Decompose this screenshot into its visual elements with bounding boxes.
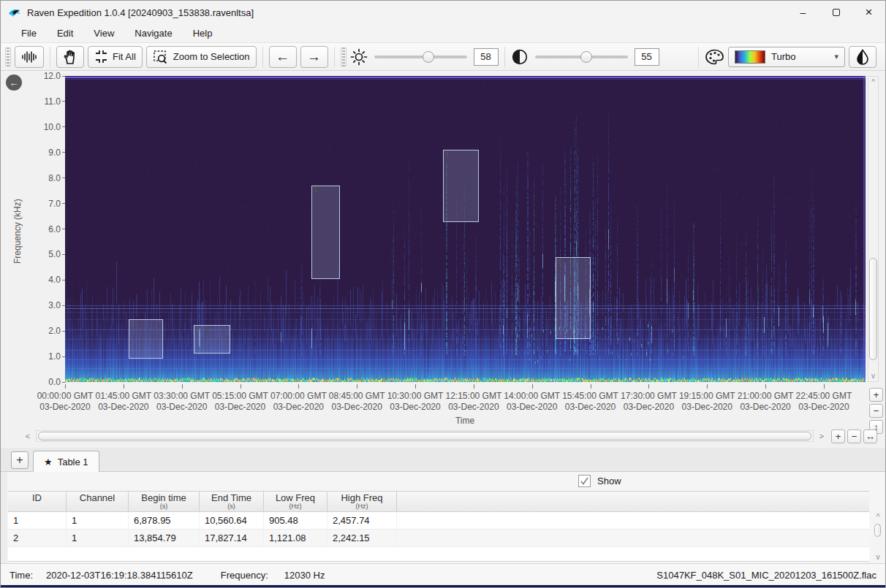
horizontal-scrollbar[interactable] [36, 430, 814, 442]
menu-item-help[interactable]: Help [183, 26, 223, 41]
menu-bar: FileEditViewNavigateHelp [1, 24, 885, 43]
fit-all-button[interactable]: Fit All [88, 46, 143, 68]
vertical-scrollbar[interactable]: ^ v [868, 76, 879, 382]
window-accent-border [1, 585, 885, 588]
menu-item-view[interactable]: View [83, 26, 124, 41]
toolbar-separator [504, 47, 505, 67]
fit-all-label: Fit All [113, 51, 136, 62]
colormap-dropdown[interactable]: Turbo ▾ [728, 47, 845, 67]
minus-icon: − [874, 405, 879, 416]
chevron-right-icon: > [819, 432, 824, 440]
column-name: End Time [200, 492, 263, 503]
x-tick-mark [824, 384, 825, 389]
column-header-channel[interactable]: Channel [67, 492, 129, 512]
brightness-value-field[interactable]: 58 [474, 48, 499, 66]
table-tab-bar [1, 448, 885, 472]
close-button[interactable]: × [852, 1, 885, 24]
brightness-slider-track[interactable] [374, 56, 467, 58]
status-bar: Time: 2020-12-03T16:19:18.384115610Z Fre… [1, 563, 885, 588]
waveform-view-button[interactable] [15, 46, 44, 68]
contrast-value-field[interactable]: 55 [635, 48, 659, 66]
colormap-swatch [735, 50, 765, 64]
time-zoom-in-button[interactable]: + [831, 429, 845, 443]
x-tick-mark [298, 384, 299, 389]
collapse-sidebar-button[interactable]: ← [6, 75, 22, 91]
time-fit-button[interactable]: ↔ [863, 429, 877, 443]
page-forward-button[interactable]: → [300, 46, 328, 68]
y-tick-label: 6.0 [29, 224, 61, 234]
x-tick-mark [474, 384, 474, 389]
brightness-value: 58 [480, 51, 491, 62]
vertical-scrollbar-thumb[interactable] [869, 258, 877, 360]
column-header-begin-time[interactable]: Begin time(s) [129, 492, 200, 512]
toolbar-grip[interactable] [341, 47, 347, 66]
filename: S1047KF_048K_S01_MIC_20201203_161500Z.fl… [656, 570, 876, 581]
scroll-left-button[interactable]: < [21, 430, 34, 442]
show-checkbox-label: Show [597, 476, 621, 486]
table-scrollbar-thumb[interactable] [874, 524, 881, 537]
spectrogram-plot[interactable]: 12345 [65, 76, 866, 382]
freq-zoom-in-button[interactable]: + [869, 388, 883, 402]
table-row[interactable]: 2113,854.7917,827.141,121.082,242.15 [8, 530, 869, 547]
palette-icon [705, 48, 724, 66]
y-tick-label: 0.0 [29, 377, 61, 387]
freq-zoom-out-button[interactable]: − [869, 404, 883, 418]
y-axis-label: Frequency (kHz) [12, 137, 23, 327]
scroll-up-icon[interactable]: ^ [873, 513, 883, 521]
plus-icon: + [874, 389, 879, 400]
tab-label: Table 1 [58, 457, 88, 467]
show-checkbox[interactable] [578, 475, 591, 487]
column-header-low-freq[interactable]: Low Freq(Hz) [264, 492, 327, 512]
scroll-up-icon[interactable]: ^ [868, 78, 878, 86]
pan-button[interactable] [56, 46, 84, 68]
cell-end: 17,827.14 [200, 530, 264, 547]
column-unit: (Hz) [264, 503, 327, 510]
add-table-button[interactable]: + [11, 451, 29, 469]
contrast-slider-thumb[interactable] [580, 51, 592, 63]
scroll-down-icon[interactable]: v [868, 372, 878, 380]
page-back-button[interactable]: ← [269, 46, 297, 68]
menu-item-file[interactable]: File [11, 26, 47, 41]
table-row[interactable]: 116,878.9510,560.64905.482,457.74 [8, 512, 869, 530]
selection-box-3[interactable]: 3 [311, 186, 340, 279]
brightness-icon [350, 48, 368, 66]
brightness-slider[interactable] [371, 46, 470, 68]
table-vertical-scrollbar[interactable]: ^ v [873, 512, 883, 562]
horizontal-scrollbar-thumb[interactable] [38, 432, 811, 440]
cell-end: 10,560.64 [200, 512, 264, 530]
brightness-slider-thumb[interactable] [423, 51, 434, 63]
left-arrow-icon: ← [276, 50, 289, 64]
toolbar-grip[interactable] [5, 47, 11, 66]
maximize-button[interactable] [819, 1, 852, 24]
frequency-label: Frequency: [221, 570, 268, 581]
zoom-to-selection-label: Zoom to Selection [173, 51, 250, 62]
cell-low: 905.48 [264, 512, 327, 530]
tab-table-1[interactable]: ★ Table 1 [33, 451, 99, 473]
minimize-button[interactable]: – [787, 1, 819, 24]
y-tick-label: 9.0 [29, 148, 61, 158]
zoom-to-selection-button[interactable]: Zoom to Selection [146, 46, 257, 68]
spectrogram-canvas[interactable] [65, 76, 866, 382]
x-tick-mark [591, 384, 591, 389]
selection-box-1[interactable]: 1 [129, 319, 163, 359]
selection-label: 4 [445, 150, 449, 158]
column-name: Begin time [129, 492, 199, 503]
selection-label: 2 [196, 326, 200, 333]
x-tick-date: 03-Dec-2020 [784, 402, 864, 413]
time-zoom-out-button[interactable]: − [847, 429, 861, 443]
contrast-slider[interactable] [532, 46, 631, 68]
column-header-end-time[interactable]: End Time(s) [200, 492, 264, 512]
menu-item-edit[interactable]: Edit [47, 26, 83, 41]
column-header-id[interactable]: ID [8, 492, 67, 512]
column-header-high-freq[interactable]: High Freq(Hz) [327, 492, 397, 512]
minimize-icon: – [800, 7, 806, 18]
scroll-down-icon[interactable]: v [873, 553, 883, 561]
selection-box-4[interactable]: 4 [443, 150, 479, 222]
invert-colormap-button[interactable] [849, 46, 876, 68]
selection-box-2[interactable]: 2 [194, 325, 230, 354]
selection-box-5[interactable]: 5 [556, 257, 591, 339]
toolbar: Fit All Zoom to Selection ← → [1, 43, 885, 71]
menu-item-navigate[interactable]: Navigate [124, 26, 182, 41]
scroll-right-button[interactable]: > [815, 430, 828, 442]
colormap-selected-label: Turbo [771, 51, 828, 62]
